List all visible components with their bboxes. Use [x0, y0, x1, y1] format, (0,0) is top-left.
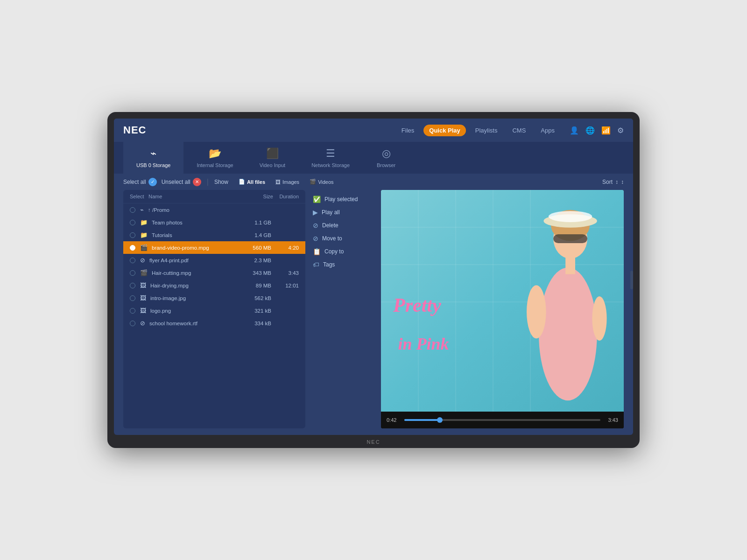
settings-icon[interactable]: ⚙: [617, 126, 624, 135]
nav-apps[interactable]: Apps: [535, 125, 560, 136]
nav-cms[interactable]: CMS: [507, 125, 531, 136]
file-row[interactable]: ⊘ flyer A4-print.pdf 2.3 MB: [123, 254, 305, 266]
file-name: Team photos: [152, 220, 237, 225]
file-duration: 4:20: [273, 245, 299, 251]
select-all-button[interactable]: Select all ✓: [123, 178, 157, 186]
file-name: flyer A4-print.pdf: [149, 258, 237, 263]
unselect-all-button[interactable]: Unselect all ✕: [162, 178, 201, 186]
file-row[interactable]: 🖼 intro-image.jpg 562 kB: [123, 292, 305, 304]
video-preview: Pretty in Pink 0:42 3:43: [381, 190, 624, 428]
video-time-total: 3:43: [605, 417, 618, 423]
video-controls: 0:42 3:43: [381, 412, 624, 428]
file-size: 321 kB: [239, 308, 271, 314]
filter-buttons: 📄 All files 🖼 Images 🎬 Videos: [235, 177, 338, 186]
file-row[interactable]: 🖼 logo.png 321 kB: [123, 304, 305, 317]
file-list-container: Select Name Size Duration ⌁ ↑ /Promo: [123, 190, 305, 428]
file-name: Tutorials: [152, 232, 237, 238]
file-size: 334 kB: [239, 321, 271, 326]
row-radio[interactable]: [130, 308, 135, 314]
image-icon: 🖼: [140, 282, 146, 289]
file-row[interactable]: 📁 Tutorials 1.4 GB: [123, 229, 305, 241]
tab-internal-storage[interactable]: 📂 Internal Storage: [183, 142, 246, 174]
tab-video-input[interactable]: ⬛ Video Input: [247, 142, 298, 174]
row-radio[interactable]: [130, 270, 135, 276]
tv-display: NEC Files Quick Play Playlists CMS Apps …: [107, 112, 640, 448]
file-duration: 12:01: [273, 283, 299, 288]
blocked-icon: ⊘: [140, 320, 145, 327]
svg-point-12: [539, 267, 597, 400]
svg-point-14: [592, 296, 606, 341]
file-size: 343 MB: [239, 270, 271, 276]
tags-icon: 🏷: [313, 261, 319, 268]
file-list: ⌁ ↑ /Promo 📁 Team photos 1.1 GB: [123, 203, 305, 428]
header-icons: 👤 🌐 📶 ⚙: [570, 126, 624, 135]
nav-playlists[interactable]: Playlists: [470, 125, 503, 136]
row-radio[interactable]: [130, 245, 135, 251]
network-icon: ☰: [326, 147, 335, 160]
delete-button[interactable]: ⊘ Delete: [313, 221, 374, 230]
file-row[interactable]: ⊘ school homework.rtf 334 kB: [123, 317, 305, 329]
file-list-header: Select Name Size Duration: [123, 190, 305, 203]
play-selected-button[interactable]: ✅ Play selected: [313, 195, 374, 204]
file-row[interactable]: 🎬 Hair-cutting.mpg 343 MB 3:43: [123, 266, 305, 279]
play-all-button[interactable]: ▶ Play all: [313, 208, 374, 217]
sort-section: Sort ↕ ↕: [602, 179, 624, 185]
file-row[interactable]: 🖼 Hair-drying.mpg 89 MB 12:01: [123, 279, 305, 292]
row-radio[interactable]: [130, 220, 135, 225]
video-icon: 🎬: [140, 269, 148, 276]
svg-text:in Pink: in Pink: [398, 335, 449, 353]
file-size: 2.3 MB: [239, 258, 271, 263]
person-icon[interactable]: 👤: [570, 126, 579, 135]
globe-icon[interactable]: 🌐: [585, 126, 595, 135]
svg-rect-15: [565, 257, 575, 274]
wifi-icon[interactable]: 📶: [601, 126, 611, 135]
storage-tabs: ⌁ USB 0 Storage 📂 Internal Storage ⬛ Vid…: [114, 142, 633, 174]
file-name: logo.png: [150, 308, 237, 314]
nec-logo: NEC: [123, 124, 146, 136]
row-radio[interactable]: [130, 295, 135, 301]
file-size: 1.1 GB: [239, 220, 271, 225]
row-radio[interactable]: [130, 283, 135, 288]
col-header-duration: Duration: [273, 194, 299, 199]
tab-usb-storage[interactable]: ⌁ USB 0 Storage: [123, 142, 183, 174]
file-size: 562 kB: [239, 295, 271, 301]
svg-point-18: [549, 211, 592, 222]
file-row[interactable]: 📁 Team photos 1.1 GB: [123, 216, 305, 229]
move-to-button[interactable]: ⊘ Move to: [313, 234, 374, 243]
file-size: 560 MB: [239, 245, 271, 251]
col-header-size: Size: [240, 194, 273, 199]
video-progress-thumb[interactable]: [437, 417, 443, 423]
nav-quickplay[interactable]: Quick Play: [423, 125, 465, 136]
filter-all-files[interactable]: 📄 All files: [235, 177, 269, 186]
file-row[interactable]: ⌁ ↑ /Promo: [123, 203, 305, 216]
file-name: ↑ /Promo: [148, 207, 237, 213]
tab-network-storage[interactable]: ☰ Network Storage: [298, 142, 363, 174]
tv-brand-label: NEC: [366, 439, 380, 445]
folder-icon: 📁: [140, 219, 148, 226]
browser-icon: ◎: [382, 147, 391, 160]
video-progress-bar[interactable]: [404, 419, 600, 421]
row-radio[interactable]: [130, 321, 135, 326]
filter-videos[interactable]: 🎬 Videos: [306, 177, 337, 186]
sort-asc-icon[interactable]: ↕: [615, 179, 618, 185]
filter-images[interactable]: 🖼 Images: [272, 178, 303, 186]
delete-icon: ⊘: [313, 222, 318, 229]
nav-bar: Files Quick Play Playlists CMS Apps: [396, 125, 560, 136]
row-radio[interactable]: [130, 258, 135, 263]
row-radio[interactable]: [130, 232, 135, 238]
image-icon: 🖼: [140, 307, 146, 314]
tv-screen: NEC Files Quick Play Playlists CMS Apps …: [114, 119, 633, 435]
file-name: brand-video-promo.mpg: [152, 245, 237, 251]
svg-text:Pretty: Pretty: [393, 294, 441, 316]
row-radio[interactable]: [130, 207, 135, 213]
video-time-current: 0:42: [387, 417, 400, 423]
sort-desc-icon[interactable]: ↕: [621, 179, 624, 185]
folder-open-icon: 📂: [209, 147, 221, 160]
tab-browser[interactable]: ◎ Browser: [363, 142, 409, 174]
tags-button[interactable]: 🏷 Tags: [313, 260, 374, 269]
file-name: school homework.rtf: [149, 321, 237, 326]
nav-files[interactable]: Files: [396, 125, 420, 136]
video-frame: Pretty in Pink: [381, 190, 624, 412]
file-row-selected[interactable]: 🎬 brand-video-promo.mpg 560 MB 4:20: [123, 241, 305, 254]
copy-to-button[interactable]: 📋 Copy to: [313, 247, 374, 256]
